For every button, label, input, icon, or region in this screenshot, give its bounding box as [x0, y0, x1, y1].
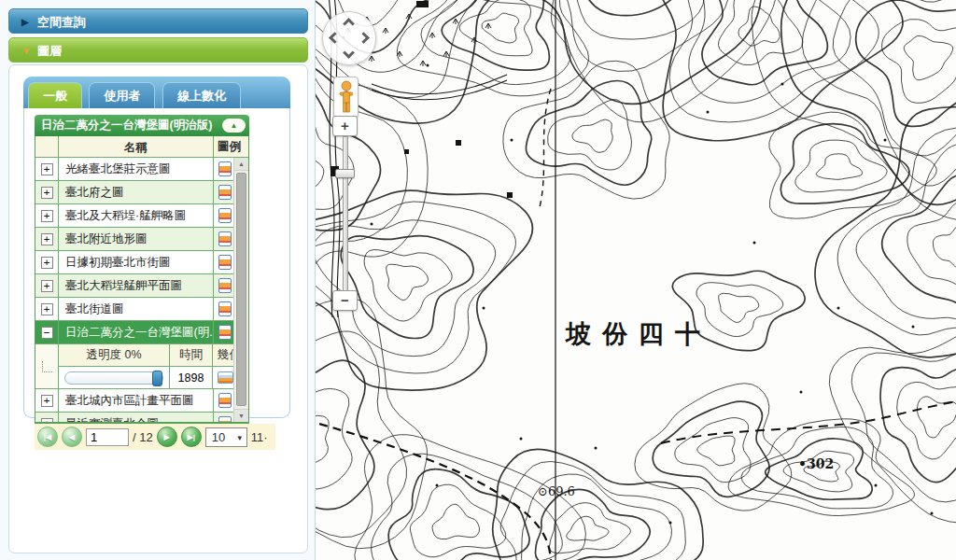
layer-year: 1898	[170, 367, 213, 388]
layer-grid: 日治二萬分之一台灣堡圖(明治版) ▲ 名稱 圖例 + 光緒臺北堡莊示	[35, 115, 249, 450]
table-row[interactable]: + 日據初期臺北市街圖	[35, 251, 248, 274]
opacity-label: 透明度 0%	[59, 344, 170, 366]
legend-icon[interactable]	[218, 393, 232, 408]
header-expander-cell	[35, 136, 59, 157]
table-row[interactable]: + 光緒臺北堡莊示意圖	[35, 158, 248, 181]
pegman-icon	[337, 80, 356, 114]
layer-name[interactable]: 臺北府之圖	[59, 181, 214, 203]
tab-content: 日治二萬分之一台灣堡圖(明治版) ▲ 名稱 圖例 + 光緒臺北堡莊示	[23, 108, 290, 418]
expand-button[interactable]: +	[41, 303, 53, 315]
legend-icon[interactable]	[218, 255, 232, 270]
scroll-up-button[interactable]: ▲	[234, 158, 248, 171]
layer-name-selected[interactable]: 日治二萬分之一台灣堡圖(明...	[59, 321, 214, 343]
map-spot-height-69: ⊙69.6	[538, 484, 575, 498]
expand-button[interactable]: +	[41, 395, 53, 407]
pan-down-icon[interactable]	[343, 47, 355, 59]
spatial-query-label: 空間查詢	[37, 15, 86, 29]
time-label: 時間	[170, 344, 213, 366]
zoom-slider-track[interactable]	[343, 136, 348, 293]
layer-name[interactable]: 光緒臺北堡莊示意圖	[59, 158, 214, 180]
table-row[interactable]: + 臺北府之圖	[35, 181, 248, 204]
tab-online-digitize[interactable]: 線上數化	[162, 82, 241, 108]
table-row-selected[interactable]: − 日治二萬分之一台灣堡圖(明...	[35, 321, 248, 344]
legend-icon[interactable]	[218, 208, 232, 223]
tab-general[interactable]: 一般	[28, 82, 82, 108]
legend-icon[interactable]	[218, 416, 232, 423]
expand-button[interactable]: +	[41, 163, 53, 175]
layer-name[interactable]: 臺北附近地形圖	[59, 228, 214, 250]
expand-button[interactable]: +	[41, 233, 53, 245]
page-total-label: / 12	[133, 430, 153, 444]
table-row[interactable]: + 臺北城內市區計畫平面圖	[35, 389, 248, 413]
table-row[interactable]: + 最近實測臺北全圖	[35, 413, 248, 423]
layer-name[interactable]: 日據初期臺北市街圖	[59, 251, 214, 273]
map-canvas[interactable]: 坡份四十 •302 ⊙69.6 + −	[316, 0, 956, 560]
tab-online-digitize-label: 線上數化	[177, 89, 226, 103]
pan-right-icon[interactable]	[358, 32, 370, 44]
tab-strip: 一般 使用者 線上數化	[23, 77, 290, 108]
layer-detail-row: 透明度 0% 時間 幾何	[35, 344, 248, 389]
topographic-map-image	[316, 0, 956, 560]
grid-title-text: 日治二萬分之一台灣堡圖(明治版)	[41, 119, 212, 132]
tree-connector-cell	[35, 344, 59, 388]
expand-button[interactable]: +	[41, 257, 53, 269]
expand-button[interactable]: +	[41, 280, 53, 292]
legend-icon[interactable]	[218, 185, 232, 200]
table-row[interactable]: + 臺北大稻埕艋舺平面圖	[35, 274, 248, 298]
tab-user-label: 使用者	[104, 89, 140, 103]
collapse-grid-button[interactable]: ▲	[222, 119, 246, 133]
layers-label: 圖層	[37, 44, 62, 58]
accordion-layers[interactable]: ▼ 圖層	[8, 37, 308, 63]
table-row[interactable]: + 臺北街道圖	[35, 298, 248, 321]
legend-icon[interactable]	[218, 301, 232, 316]
zoom-slider-handle[interactable]	[335, 169, 355, 178]
layer-name[interactable]: 臺北街道圖	[59, 298, 214, 320]
zoom-in-button[interactable]: +	[332, 116, 358, 136]
zoom-out-button[interactable]: −	[332, 290, 358, 311]
page-number-input[interactable]	[86, 428, 129, 446]
opacity-slider-handle[interactable]	[152, 371, 162, 386]
last-page-button[interactable]: ▶|	[181, 427, 202, 447]
scroll-down-button[interactable]: ▼	[234, 409, 248, 422]
table-row[interactable]: + 臺北及大稻埕·艋舺略圖	[35, 204, 248, 228]
scrollbar-thumb[interactable]	[236, 173, 246, 406]
legend-icon[interactable]	[218, 231, 232, 246]
collapse-button[interactable]: −	[41, 327, 53, 339]
prev-page-button[interactable]: ◀	[62, 427, 82, 447]
expand-button[interactable]: +	[41, 210, 53, 222]
layer-name[interactable]: 臺北及大稻埕·艋舺略圖	[59, 204, 214, 227]
opacity-slider[interactable]	[64, 371, 163, 385]
page-size-value: 10	[212, 430, 225, 444]
next-page-button[interactable]: ▶	[157, 427, 177, 447]
record-count-label: 11·	[251, 430, 268, 444]
streetview-pegman[interactable]	[333, 77, 358, 118]
pan-left-icon[interactable]	[329, 32, 341, 44]
layer-table: 名稱 圖例 + 光緒臺北堡莊示意圖 + 臺北府之圖	[35, 136, 249, 424]
chevron-down-icon: ▼	[21, 38, 31, 63]
layers-panel: 一般 使用者 線上數化 日治二萬分之一台灣堡圖(明治版) ▲	[8, 64, 308, 553]
column-name: 名稱	[59, 136, 214, 157]
accordion-spatial-query[interactable]: ▶ 空間查詢	[8, 8, 308, 34]
legend-icon[interactable]	[218, 161, 232, 176]
geometry-icon[interactable]	[218, 371, 233, 384]
tab-general-label: 一般	[43, 89, 67, 103]
collapse-up-icon: ▲	[231, 121, 238, 130]
map-spot-height-302: •302	[798, 456, 834, 471]
pan-up-icon[interactable]	[343, 18, 355, 30]
expand-button[interactable]: +	[41, 418, 53, 424]
caret-down-icon: ▼	[236, 429, 244, 447]
gis-application: ▶ 空間查詢 ▼ 圖層 一般 使用者 線上數化	[0, 0, 956, 560]
first-page-button[interactable]: |◀	[37, 427, 58, 447]
layer-name[interactable]: 最近實測臺北全圖	[59, 413, 214, 423]
tab-user[interactable]: 使用者	[89, 82, 155, 108]
expand-button[interactable]: +	[41, 187, 53, 199]
table-scroll-region: + 光緒臺北堡莊示意圖 + 臺北府之圖 + 臺北及大	[35, 158, 248, 423]
legend-icon[interactable]	[218, 278, 232, 293]
layer-name[interactable]: 臺北大稻埕艋舺平面圖	[59, 274, 214, 297]
legend-icon[interactable]	[218, 325, 232, 340]
column-legend: 圖例	[214, 136, 248, 157]
table-row[interactable]: + 臺北附近地形圖	[35, 228, 248, 251]
sidebar: ▶ 空間查詢 ▼ 圖層 一般 使用者 線上數化	[0, 0, 316, 560]
page-size-select[interactable]: 10 ▼	[205, 427, 247, 447]
layer-name[interactable]: 臺北城內市區計畫平面圖	[59, 389, 214, 412]
